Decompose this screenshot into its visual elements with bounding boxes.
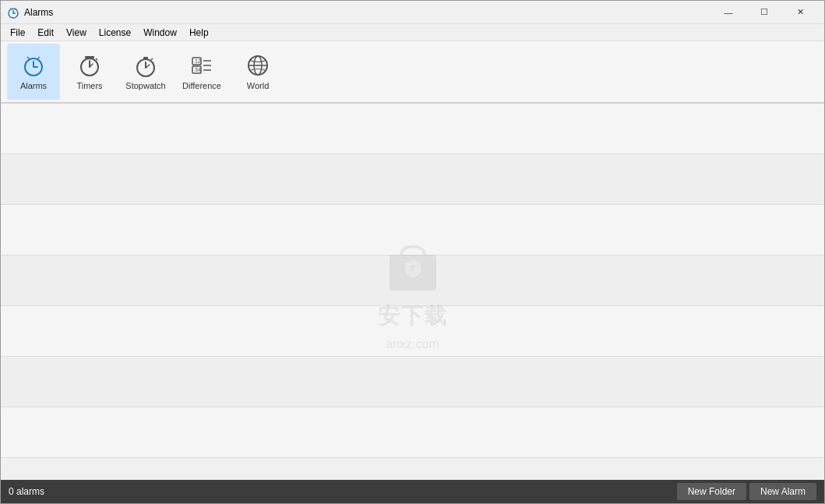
status-buttons: New FolderNew Alarm xyxy=(677,483,816,500)
maximize-button[interactable]: ☐ xyxy=(746,1,782,24)
toolbar-btn-label-difference: Difference xyxy=(182,81,221,90)
content-row xyxy=(1,205,824,256)
content-row xyxy=(1,407,824,458)
content-row xyxy=(1,104,824,154)
alarm-toolbar-icon xyxy=(21,53,46,78)
menu-item-license[interactable]: License xyxy=(93,24,137,41)
status-bar: 0 alarms New FolderNew Alarm xyxy=(1,480,824,503)
status-text: 0 alarms xyxy=(9,486,677,497)
toolbar-btn-world[interactable]: World xyxy=(231,44,284,100)
menu-bar: FileEditViewLicenseWindowHelp xyxy=(1,24,824,41)
toolbar: Alarms Timers Stopwatch 12 34 Difference xyxy=(1,41,824,104)
difference-toolbar-icon: 12 34 xyxy=(189,53,214,78)
toolbar-btn-label-world: World xyxy=(247,81,270,90)
content-row xyxy=(1,154,824,205)
title-bar: Alarms — ☐ ✕ xyxy=(1,1,824,24)
toolbar-btn-stopwatch[interactable]: Stopwatch xyxy=(119,44,172,100)
content-row xyxy=(1,357,824,407)
toolbar-btn-label-alarms: Alarms xyxy=(20,81,47,90)
minimize-button[interactable]: — xyxy=(710,1,746,24)
content-row xyxy=(1,256,824,306)
svg-text:12: 12 xyxy=(195,58,201,64)
svg-line-14 xyxy=(96,58,97,60)
main-content: 安下载 anxz.com xyxy=(1,104,824,480)
app-icon xyxy=(7,6,19,19)
menu-item-edit[interactable]: Edit xyxy=(31,24,60,41)
menu-item-help[interactable]: Help xyxy=(183,24,215,41)
menu-item-window[interactable]: Window xyxy=(137,24,183,41)
stopwatch-toolbar-icon xyxy=(133,53,158,78)
svg-line-20 xyxy=(151,58,153,60)
window-controls: — ☐ ✕ xyxy=(710,1,818,24)
svg-text:34: 34 xyxy=(195,67,201,72)
toolbar-btn-label-stopwatch: Stopwatch xyxy=(125,81,165,90)
new-folder-button[interactable]: New Folder xyxy=(677,483,746,500)
timer-toolbar-icon xyxy=(77,53,102,78)
content-row xyxy=(1,306,824,357)
toolbar-btn-difference[interactable]: 12 34 Difference xyxy=(175,44,228,100)
window-title: Alarms xyxy=(24,7,710,18)
toolbar-btn-alarms[interactable]: Alarms xyxy=(7,44,60,100)
menu-item-view[interactable]: View xyxy=(60,24,93,41)
toolbar-btn-timers[interactable]: Timers xyxy=(63,44,116,100)
menu-item-file[interactable]: File xyxy=(4,24,31,41)
new-alarm-button[interactable]: New Alarm xyxy=(749,483,816,500)
world-toolbar-icon xyxy=(245,53,270,78)
toolbar-btn-label-timers: Timers xyxy=(76,81,102,90)
close-button[interactable]: ✕ xyxy=(782,1,818,24)
